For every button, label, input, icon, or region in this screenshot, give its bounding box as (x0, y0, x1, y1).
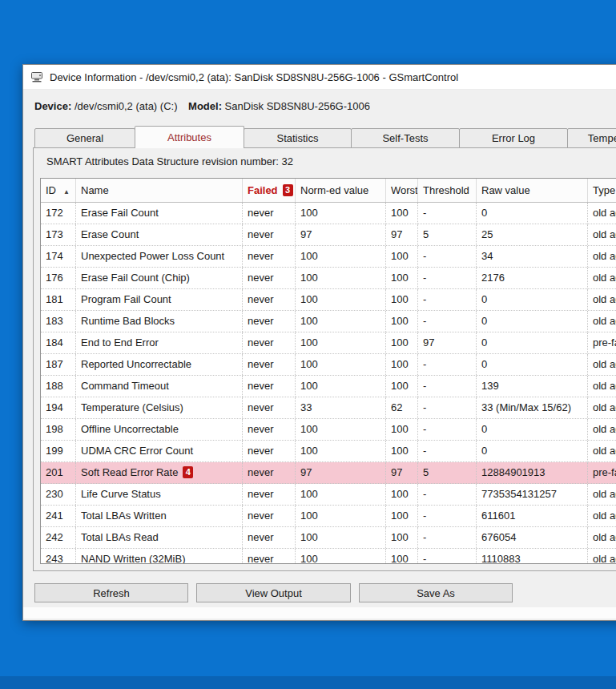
cell-type: pre-failure (588, 332, 616, 353)
cell-raw: 7735354131257 (477, 484, 588, 505)
cell-threshold: - (418, 441, 477, 461)
tab-statistics[interactable]: Statistics (244, 128, 352, 148)
column-header-label: Type (593, 184, 615, 196)
column-header-label: Threshold (423, 184, 469, 196)
cell-value: 97 (296, 224, 386, 245)
column-header-label: Worst (391, 184, 418, 196)
cell-failed: never (243, 397, 296, 418)
column-header-name[interactable]: Name (76, 179, 243, 202)
cell-name: End to End Error (76, 332, 243, 353)
cell-raw: 33 (Min/Max 15/62) (477, 397, 588, 418)
cell-value: 100 (296, 203, 386, 224)
cell-threshold: - (418, 289, 477, 310)
cell-threshold: 5 (418, 462, 477, 483)
attribute-row-199[interactable]: 199UDMA CRC Error Countnever100100-0old … (41, 441, 616, 462)
attribute-row-241[interactable]: 241Total LBAs Writtennever100100-611601o… (41, 506, 616, 527)
cell-id: 241 (41, 506, 76, 526)
attribute-row-188[interactable]: 188Command Timeoutnever100100-139old age (41, 376, 616, 397)
cell-threshold: - (418, 311, 477, 332)
window-title: Device Information - /dev/csmi0,2 (ata):… (50, 71, 458, 83)
column-header-value[interactable]: Norm-ed value (296, 179, 386, 202)
cell-name: Total LBAs Written (76, 506, 243, 526)
column-header-threshold[interactable]: Threshold (418, 179, 477, 202)
cell-threshold: - (418, 527, 477, 548)
cell-type: old age (588, 549, 616, 564)
cell-name: Erase Fail Count (76, 203, 243, 224)
cell-type: old age (588, 397, 616, 418)
cell-name: Temperature (Celsius) (76, 397, 243, 418)
attribute-row-198[interactable]: 198Offline Uncorrectablenever100100-0old… (41, 419, 616, 441)
tab-self-tests[interactable]: Self-Tests (351, 128, 460, 148)
refresh-button[interactable]: Refresh (34, 583, 188, 602)
attribute-row-243[interactable]: 243NAND Written (32MiB)never100100-11108… (41, 549, 616, 564)
attribute-row-181[interactable]: 181Program Fail Countnever100100-0old ag… (41, 289, 616, 311)
column-header-label: Name (81, 184, 109, 196)
cell-worst: 62 (386, 397, 418, 418)
column-header-worst[interactable]: Worst (386, 179, 418, 202)
cell-value: 100 (296, 527, 386, 548)
column-header-failed[interactable]: Failed3 (243, 179, 296, 202)
cell-type: old age (588, 484, 616, 505)
attribute-row-176[interactable]: 176Erase Fail Count (Chip)never100100-21… (41, 268, 616, 289)
cell-id: 243 (41, 549, 76, 564)
attribute-row-172[interactable]: 172Erase Fail Countnever100100-0old age (41, 203, 616, 224)
attribute-row-201[interactable]: 201Soft Read Error Rate4never97975128849… (41, 462, 616, 484)
attribute-row-230[interactable]: 230Life Curve Statusnever100100-77353541… (41, 484, 616, 506)
cell-raw: 1110883 (477, 549, 588, 564)
attribute-row-187[interactable]: 187Reported Uncorrectablenever100100-0ol… (41, 354, 616, 376)
cell-worst: 100 (386, 203, 418, 224)
save-as-button[interactable]: Save As (359, 583, 513, 602)
cell-value: 100 (296, 419, 386, 440)
tab-temperature-log[interactable]: Temperature Log (567, 128, 616, 148)
cell-failed: never (243, 419, 296, 440)
failed-count-badge: 3 (283, 184, 293, 196)
column-header-label: Failed (248, 184, 278, 196)
cell-worst: 100 (386, 549, 418, 564)
attribute-row-194[interactable]: 194Temperature (Celsius)never3362-33 (Mi… (41, 397, 616, 419)
cell-name: Command Timeout (76, 376, 243, 397)
cell-threshold: - (418, 376, 477, 397)
attribute-row-242[interactable]: 242Total LBAs Readnever100100-676054old … (41, 527, 616, 549)
cell-name: Runtime Bad Blocks (76, 311, 243, 332)
attribute-row-174[interactable]: 174Unexpected Power Loss Countnever10010… (41, 246, 616, 268)
cell-worst: 100 (386, 268, 418, 288)
tab-error-log[interactable]: Error Log (459, 128, 568, 148)
cell-raw: 0 (477, 332, 588, 353)
cell-worst: 100 (386, 419, 418, 440)
cell-id: 187 (41, 354, 76, 375)
attribute-row-183[interactable]: 183Runtime Bad Blocksnever100100-0old ag… (41, 311, 616, 332)
attribute-row-173[interactable]: 173Erase Countnever9797525old age (41, 224, 616, 246)
cell-type: old age (588, 268, 616, 288)
model-value: SanDisk SD8SN8U-256G-1006 (225, 100, 370, 112)
titlebar[interactable]: Device Information - /dev/csmi0,2 (ata):… (23, 65, 616, 90)
cell-worst: 100 (386, 376, 418, 397)
cell-worst: 100 (386, 441, 418, 461)
cell-name: Life Curve Status (76, 484, 243, 505)
view-output-button[interactable]: View Output (196, 583, 351, 602)
tab-attributes[interactable]: Attributes (135, 126, 244, 148)
column-header-type[interactable]: Type (588, 179, 616, 202)
cell-threshold: - (418, 506, 477, 526)
cell-failed: never (243, 224, 296, 245)
cell-worst: 100 (386, 246, 418, 267)
cell-worst: 100 (386, 332, 418, 353)
cell-failed: never (243, 484, 296, 505)
cell-raw: 611601 (477, 506, 588, 526)
cell-worst: 97 (386, 224, 418, 245)
cell-failed: never (243, 332, 296, 353)
column-header-id[interactable]: ID▲ (41, 179, 76, 202)
cell-value: 100 (296, 376, 386, 397)
cell-threshold: - (418, 203, 477, 224)
cell-type: old age (588, 203, 616, 224)
cell-failed: never (243, 268, 296, 288)
device-value: /dev/csmi0,2 (ata) (C:) (74, 100, 178, 112)
cell-threshold: - (418, 354, 477, 375)
column-header-raw[interactable]: Raw value (477, 179, 588, 202)
cell-id: 174 (41, 246, 76, 267)
cell-id: 176 (41, 268, 76, 288)
cell-raw: 0 (477, 203, 588, 224)
attribute-row-184[interactable]: 184End to End Errornever100100970pre-fai… (41, 332, 616, 354)
tab-general[interactable]: General (34, 128, 135, 148)
cell-failed: never (243, 354, 296, 375)
cell-threshold: - (418, 268, 477, 288)
